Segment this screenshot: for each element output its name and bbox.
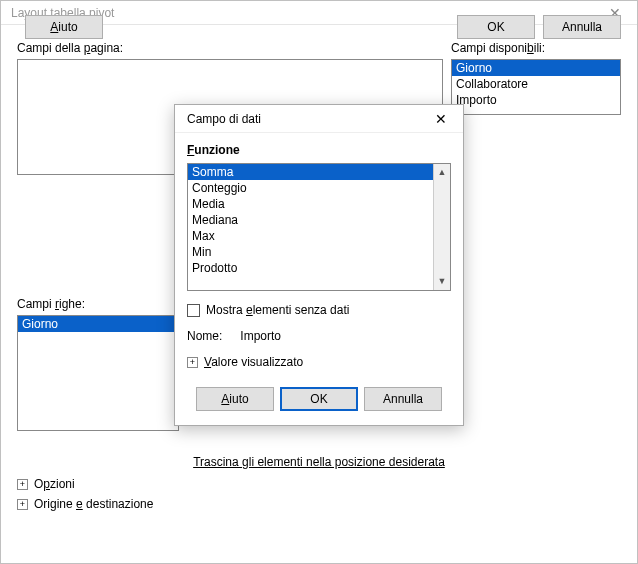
list-item[interactable]: Importo	[452, 92, 620, 108]
scroll-track[interactable]	[434, 181, 450, 273]
show-empty-label: Mostra elementi senza dati	[206, 303, 349, 317]
list-item[interactable]: Mediana	[188, 212, 433, 228]
row-fields-label: Campi righe:	[17, 297, 179, 311]
options-expander[interactable]: + Opzioni	[17, 477, 75, 491]
dialog-close-icon[interactable]: ✕	[425, 111, 457, 127]
row-fields-group: Campi righe: Giorno	[17, 297, 179, 431]
list-item[interactable]: Giorno	[18, 316, 178, 332]
main-cancel-button[interactable]: Annulla	[543, 15, 621, 39]
name-value: Importo	[240, 329, 281, 343]
dialog-help-button[interactable]: Aiuto	[196, 387, 274, 411]
available-fields-list[interactable]: Giorno Collaboratore Importo	[451, 59, 621, 115]
dialog-title: Campo di dati	[187, 112, 425, 126]
scroll-down-icon[interactable]: ▼	[434, 273, 450, 290]
main-ok-button[interactable]: OK	[457, 15, 535, 39]
plus-icon: +	[187, 357, 198, 368]
displayed-value-label: Valore visualizzato	[204, 355, 303, 369]
main-buttonbar: OK Annulla	[457, 15, 621, 39]
drag-hint: Trascina gli elementi nella posizione de…	[1, 455, 637, 469]
name-label: Nome:	[187, 329, 222, 343]
show-empty-checkbox-row[interactable]: Mostra elementi senza dati	[187, 303, 451, 317]
name-row: Nome: Importo	[187, 329, 451, 343]
dialog-titlebar: Campo di dati ✕	[175, 105, 463, 133]
list-item[interactable]: Conteggio	[188, 180, 433, 196]
list-item[interactable]: Max	[188, 228, 433, 244]
dialog-cancel-button[interactable]: Annulla	[364, 387, 442, 411]
data-field-dialog: Campo di dati ✕ Funzione Somma Conteggio…	[174, 104, 464, 426]
function-label: Funzione	[187, 143, 451, 157]
main-body: Campi della pagina: Campi disponibili: G…	[1, 25, 637, 53]
list-item[interactable]: Prodotto	[188, 260, 433, 276]
row-fields-list[interactable]: Giorno	[17, 315, 179, 431]
dialog-body: Funzione Somma Conteggio Media Mediana M…	[175, 133, 463, 425]
list-item[interactable]: Media	[188, 196, 433, 212]
list-item[interactable]: Collaboratore	[452, 76, 620, 92]
available-fields-label: Campi disponibili:	[451, 41, 621, 55]
dialog-buttonbar: Aiuto OK Annulla	[187, 387, 451, 411]
list-item[interactable]: Somma	[188, 164, 433, 180]
available-fields-group: Campi disponibili: Giorno Collaboratore …	[451, 41, 621, 115]
scroll-up-icon[interactable]: ▲	[434, 164, 450, 181]
options-label: Opzioni	[34, 477, 75, 491]
function-listbox[interactable]: Somma Conteggio Media Mediana Max Min Pr…	[187, 163, 451, 291]
checkbox-icon[interactable]	[187, 304, 200, 317]
plus-icon: +	[17, 479, 28, 490]
main-help-button[interactable]: Aiuto	[25, 15, 103, 39]
list-item[interactable]: Min	[188, 244, 433, 260]
page-fields-label: Campi della pagina:	[17, 41, 443, 55]
dialog-ok-button[interactable]: OK	[280, 387, 358, 411]
scrollbar[interactable]: ▲ ▼	[433, 164, 450, 290]
list-item[interactable]: Giorno	[452, 60, 620, 76]
source-dest-label: Origine e destinazione	[34, 497, 153, 511]
source-dest-expander[interactable]: + Origine e destinazione	[17, 497, 153, 511]
plus-icon: +	[17, 499, 28, 510]
displayed-value-expander[interactable]: + Valore visualizzato	[187, 355, 451, 369]
